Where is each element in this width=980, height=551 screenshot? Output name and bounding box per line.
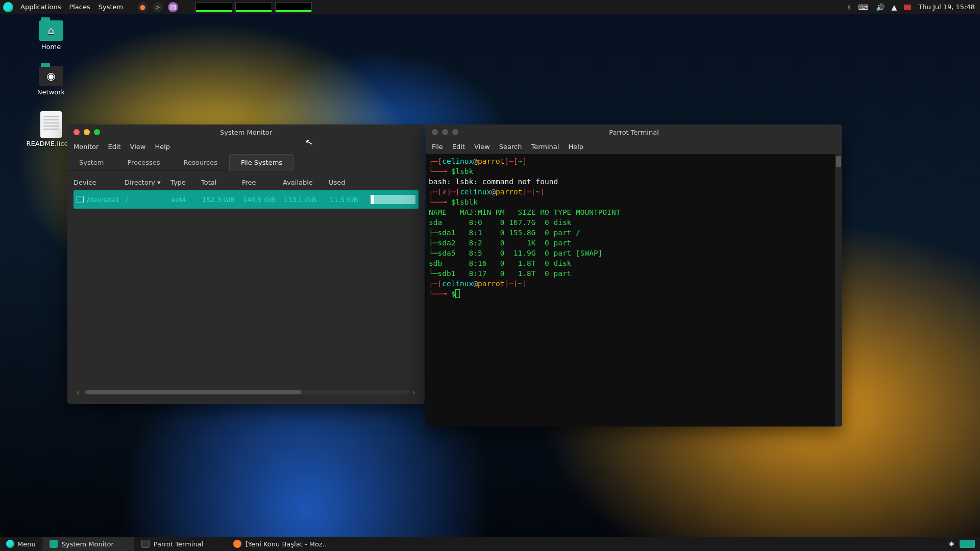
net-graph-icon [275,2,312,12]
table-header: Device Directory▾ Type Total Free Availa… [74,175,419,190]
workspace-switcher[interactable] [960,540,975,548]
terminal-icon[interactable]: ＞ [153,2,163,12]
chevron-down-icon: ▾ [157,179,161,186]
tab-resources[interactable]: Resources [172,154,229,171]
menu-view[interactable]: View [474,143,490,151]
icon-label: Home [41,43,61,51]
battery-icon[interactable] [904,5,911,10]
taskbar-menu-button[interactable]: Menu [0,537,42,551]
window-title: System Monitor [67,129,425,136]
app-icon [233,540,241,548]
close-icon[interactable] [74,129,80,135]
keyboard-icon[interactable]: ⌨ [858,3,868,11]
col-available[interactable]: Available [283,179,329,186]
menu-view[interactable]: View [130,143,146,151]
tab-system[interactable]: System [67,154,115,171]
menu-edit[interactable]: Edit [452,143,465,151]
cell-available: 133.1 GiB [283,196,329,204]
panel-system-monitor[interactable] [195,2,312,12]
wifi-icon[interactable]: ▲ [892,3,897,11]
menu-search[interactable]: Search [499,143,522,151]
col-type[interactable]: Type [170,179,201,186]
desktop-icon-home[interactable]: Home [20,20,82,51]
col-device[interactable]: Device [74,179,125,186]
tabs: System Processes Resources File Systems [67,154,425,171]
maximize-icon[interactable] [94,129,100,135]
app-icon [50,540,58,548]
col-total[interactable]: Total [201,179,242,186]
col-free[interactable]: Free [242,179,283,186]
col-directory[interactable]: Directory▾ [125,179,170,186]
disk-icon [77,196,84,203]
cpu-graph-icon [195,2,232,12]
network-icon [39,66,63,86]
menu-edit[interactable]: Edit [108,143,120,151]
menu-applications[interactable]: Applications [20,3,61,11]
titlebar[interactable]: System Monitor [67,124,425,140]
notification-icon[interactable]: ✱ [949,540,954,548]
scroll-thumb[interactable] [836,156,841,167]
volume-icon[interactable]: 🔊 [876,3,885,11]
files-icon[interactable]: ▦ [168,2,178,12]
menu-file[interactable]: File [432,143,443,151]
taskbar: Menu System Monitor Parrot Terminal [Yen… [0,537,980,551]
menubar: Monitor Edit View Help [67,140,425,154]
window-terminal: Parrot Terminal File Edit View Search Te… [426,124,842,427]
window-system-monitor: System Monitor Monitor Edit View Help Sy… [67,124,425,404]
window-title: Parrot Terminal [426,129,842,136]
tab-processes[interactable]: Processes [115,154,172,171]
menu-help[interactable]: Help [155,143,170,151]
horizontal-scrollbar[interactable]: ‹ › [74,388,419,397]
cell-total: 152.3 GiB [201,196,242,204]
menu-system[interactable]: System [99,3,123,11]
table-row[interactable]: /dev/sda1 / ext4 152.3 GiB 140.9 GiB 133… [74,190,419,209]
top-menu: Applications Places System [20,3,123,11]
titlebar[interactable]: Parrot Terminal [426,124,842,140]
menu-monitor[interactable]: Monitor [74,143,99,151]
distro-logo-icon [6,540,14,548]
col-used[interactable]: Used [329,179,370,186]
usage-bar [371,195,415,204]
minimize-icon[interactable] [84,129,90,135]
top-panel: Applications Places System ● ＞ ▦ ᚼ ⌨ 🔊 ▲… [0,0,980,14]
maximize-icon[interactable] [452,129,458,135]
scroll-left-icon[interactable]: ‹ [74,388,83,396]
cell-directory: / [125,196,170,204]
minimize-icon[interactable] [442,129,448,135]
document-icon [40,111,62,138]
tab-file-systems[interactable]: File Systems [229,154,294,171]
terminal-cursor [455,289,460,298]
terminal-output[interactable]: ┌─[celinux@parrot]─[~] └──╼ $lsbk bash: … [426,154,842,427]
bluetooth-icon[interactable]: ᚼ [847,3,851,11]
task-terminal[interactable]: Parrot Terminal [134,537,226,551]
menu-help[interactable]: Help [568,143,583,151]
close-icon[interactable] [432,129,438,135]
task-label: System Monitor [62,540,114,548]
menu-places[interactable]: Places [69,3,90,11]
cell-free: 140.9 GiB [242,196,283,204]
menu-label: Menu [17,540,36,548]
scroll-thumb[interactable] [86,390,301,394]
scroll-right-icon[interactable]: › [409,388,419,396]
cell-device: /dev/sda1 [87,196,119,204]
menubar: File Edit View Search Terminal Help [426,140,842,154]
mem-graph-icon [235,2,272,12]
distro-logo-icon[interactable] [3,2,13,12]
folder-icon [39,20,63,41]
vertical-scrollbar[interactable] [835,154,842,427]
app-icon [141,540,150,548]
icon-label: Network [37,88,65,96]
firefox-icon[interactable]: ● [137,2,148,12]
task-firefox[interactable]: [Yeni Konu Başlat - Moz… [226,537,336,551]
cell-type: ext4 [170,196,201,204]
cell-used: 11.5 GiB [329,196,370,204]
menu-terminal[interactable]: Terminal [531,143,559,151]
task-label: Parrot Terminal [154,540,204,548]
desktop-icon-network[interactable]: Network [20,66,82,96]
task-system-monitor[interactable]: System Monitor [42,537,134,551]
task-label: [Yeni Konu Başlat - Moz… [246,540,329,548]
clock[interactable]: Thu Jul 19, 15:48 [918,3,975,11]
